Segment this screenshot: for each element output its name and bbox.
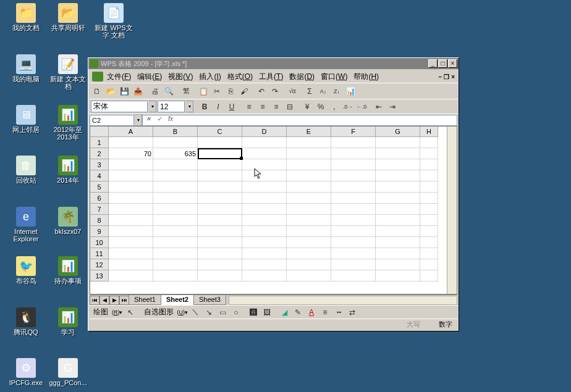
align-right-icon[interactable]: ≡ bbox=[270, 101, 282, 113]
cell-D9[interactable] bbox=[242, 226, 287, 237]
sheet-tab-Sheet2[interactable]: Sheet2 bbox=[161, 295, 194, 305]
textbox-icon[interactable]: 🅰 bbox=[247, 306, 260, 319]
col-header-B[interactable]: B bbox=[153, 127, 198, 137]
cell-H6[interactable] bbox=[420, 193, 438, 204]
cell-B7[interactable] bbox=[153, 204, 198, 215]
menu-I[interactable]: 插入(I) bbox=[199, 72, 221, 81]
row-header-1[interactable]: 1 bbox=[90, 137, 109, 148]
desktop-icon-新建 文本文档[interactable]: 📝新建 文本文档 bbox=[48, 54, 88, 90]
cell-G11[interactable] bbox=[376, 248, 420, 259]
cell-B9[interactable] bbox=[153, 226, 198, 237]
undo-icon[interactable]: ↶ bbox=[255, 85, 268, 98]
cell-D10[interactable] bbox=[242, 237, 287, 248]
row-header-5[interactable]: 5 bbox=[90, 181, 109, 193]
bold-icon[interactable]: B bbox=[198, 101, 211, 113]
line-icon[interactable]: ＼ bbox=[189, 306, 201, 319]
tab-first-icon[interactable]: ⏮ bbox=[90, 296, 99, 305]
sheet-tab-Sheet1[interactable]: Sheet1 bbox=[129, 295, 161, 305]
cell-E12[interactable] bbox=[287, 259, 331, 270]
desktop-icon-bklszx07[interactable]: 🌴bklszx07 bbox=[48, 207, 88, 235]
confirm-fx-icon[interactable]: ✓ bbox=[154, 115, 165, 125]
menu-W[interactable]: 窗口(W) bbox=[321, 72, 347, 81]
desktop-icon-布谷鸟[interactable]: 🐦布谷鸟 bbox=[6, 256, 46, 285]
col-header-G[interactable]: G bbox=[376, 127, 420, 137]
sum-icon[interactable]: Σ bbox=[303, 85, 316, 98]
dash-icon[interactable]: ┅ bbox=[332, 306, 345, 319]
cell-D12[interactable] bbox=[242, 259, 287, 270]
cell-H2[interactable] bbox=[420, 148, 438, 159]
line-style-icon[interactable]: ≡ bbox=[319, 306, 331, 319]
cell-F5[interactable] bbox=[331, 181, 376, 193]
cell-A9[interactable] bbox=[109, 226, 153, 237]
cell-C3[interactable] bbox=[198, 159, 242, 170]
maximize-button[interactable]: □ bbox=[438, 59, 447, 68]
cell-H5[interactable] bbox=[420, 181, 438, 193]
cell-D5[interactable] bbox=[242, 181, 287, 193]
oval-icon[interactable]: ○ bbox=[230, 306, 242, 319]
cell-G1[interactable] bbox=[376, 137, 420, 148]
arrow-icon[interactable]: ↘ bbox=[203, 306, 215, 319]
row-header-8[interactable]: 8 bbox=[90, 215, 109, 226]
sheet-tab-Sheet3[interactable]: Sheet3 bbox=[193, 295, 226, 305]
cell-F8[interactable] bbox=[331, 215, 376, 226]
inc-indent-icon[interactable]: ⇥ bbox=[386, 101, 399, 113]
cell-D13[interactable] bbox=[242, 270, 287, 281]
desktop-icon-网上邻居[interactable]: 🖥网上邻居 bbox=[6, 105, 46, 133]
menu-T[interactable]: 工具(T) bbox=[259, 72, 283, 81]
formula-input[interactable] bbox=[176, 115, 457, 125]
name-dropdown-icon[interactable]: ▾ bbox=[135, 114, 142, 126]
cell-F12[interactable] bbox=[331, 259, 376, 270]
align-center-icon[interactable]: ≡ bbox=[256, 101, 269, 113]
doc-restore-button[interactable]: ❐ bbox=[444, 73, 449, 80]
cell-A7[interactable] bbox=[109, 204, 153, 215]
cell-F11[interactable] bbox=[331, 248, 376, 259]
fx-icon[interactable]: fx bbox=[165, 115, 176, 125]
name-box[interactable]: C2 bbox=[90, 115, 134, 126]
cell-F10[interactable] bbox=[331, 237, 376, 248]
cell-F9[interactable] bbox=[331, 226, 376, 237]
cell-F6[interactable] bbox=[331, 193, 376, 204]
cell-A11[interactable] bbox=[109, 248, 153, 259]
format-painter-icon[interactable]: 🖌 bbox=[238, 85, 250, 98]
comma-icon[interactable]: , bbox=[328, 101, 340, 113]
align-left-icon[interactable]: ≡ bbox=[243, 101, 255, 113]
cell-F13[interactable] bbox=[331, 270, 376, 281]
draw-menu[interactable]: 绘图 bbox=[91, 307, 111, 317]
cell-H3[interactable] bbox=[420, 159, 438, 170]
cell-G7[interactable] bbox=[376, 204, 420, 215]
cell-F3[interactable] bbox=[331, 159, 376, 170]
cell-G4[interactable] bbox=[376, 170, 420, 181]
cell-H9[interactable] bbox=[420, 226, 438, 237]
dec-decimal-icon[interactable]: ←.0 bbox=[355, 101, 368, 113]
cell-H4[interactable] bbox=[420, 170, 438, 181]
cell-B4[interactable] bbox=[153, 170, 198, 181]
cell-E8[interactable] bbox=[287, 215, 331, 226]
col-header-H[interactable]: H bbox=[420, 127, 438, 137]
col-header-F[interactable]: F bbox=[331, 127, 376, 137]
cell-G13[interactable] bbox=[376, 270, 420, 281]
fill-color-icon[interactable]: ◢ bbox=[278, 306, 290, 319]
cell-E11[interactable] bbox=[287, 248, 331, 259]
cell-F1[interactable] bbox=[331, 137, 376, 148]
cell-D8[interactable] bbox=[242, 215, 287, 226]
cell-C8[interactable] bbox=[198, 215, 242, 226]
cell-C7[interactable] bbox=[198, 204, 242, 215]
cell-E1[interactable] bbox=[287, 137, 331, 148]
cell-A1[interactable] bbox=[109, 137, 153, 148]
cell-F4[interactable] bbox=[331, 170, 376, 181]
line-color-icon[interactable]: ✎ bbox=[292, 306, 304, 319]
menu-D[interactable]: 数据(D) bbox=[289, 72, 315, 81]
chart-icon[interactable]: 📊 bbox=[344, 85, 357, 98]
close-button[interactable]: × bbox=[448, 59, 457, 68]
cell-D7[interactable] bbox=[242, 204, 287, 215]
col-header-D[interactable]: D bbox=[242, 127, 287, 137]
cell-B2[interactable]: 635 bbox=[153, 148, 198, 159]
cell-G8[interactable] bbox=[376, 215, 420, 226]
minimize-button[interactable]: _ bbox=[428, 59, 438, 68]
horizontal-scrollbar[interactable] bbox=[229, 296, 457, 305]
cell-G5[interactable] bbox=[376, 181, 420, 193]
pointer-icon[interactable]: ↖ bbox=[124, 306, 137, 319]
cell-G6[interactable] bbox=[376, 193, 420, 204]
autoshapes-menu[interactable]: 自选图形 bbox=[142, 307, 176, 317]
arrowhead-icon[interactable]: ⇄ bbox=[346, 306, 358, 319]
